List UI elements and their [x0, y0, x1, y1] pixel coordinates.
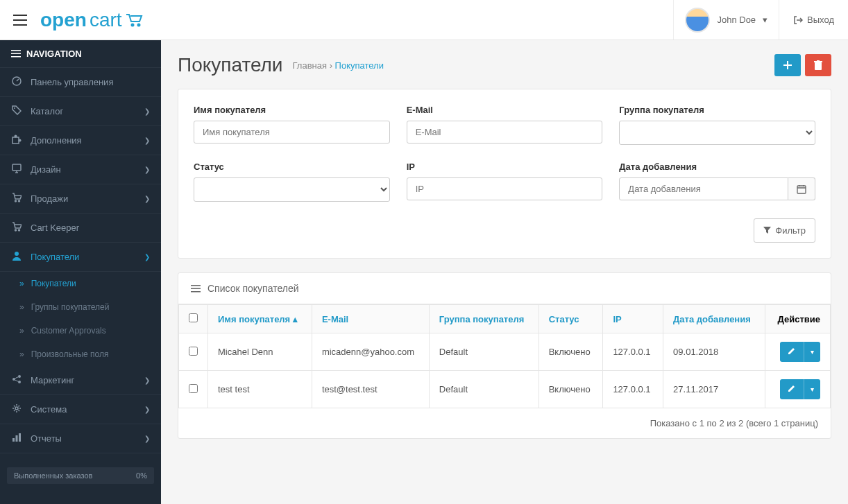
sidebar-item-2[interactable]: Дополнения❯ — [0, 126, 161, 155]
chevron-right-icon: ❯ — [144, 253, 150, 261]
logout-button[interactable]: Выход — [779, 0, 848, 40]
chevron-right-icon: ❯ — [144, 107, 150, 115]
filter-date-input[interactable] — [619, 177, 788, 200]
cell-status: Включено — [539, 333, 603, 371]
svg-point-22 — [15, 407, 18, 410]
svg-rect-7 — [11, 56, 21, 58]
filter-panel: Имя покупателя E-Mail Группа покупателя … — [178, 89, 831, 259]
cog-icon — [11, 403, 22, 415]
filter-ip-group: IP — [407, 162, 603, 202]
filter-email-group: E-Mail — [407, 105, 603, 145]
col-date-sort[interactable]: Дата добавления — [673, 314, 751, 324]
caret-down-icon: ▾ — [811, 348, 814, 356]
calendar-icon — [797, 184, 806, 194]
svg-point-3 — [131, 24, 133, 26]
filter-ip-input[interactable] — [407, 177, 603, 200]
sidebar-subitem-2[interactable]: »Customer Approvals — [0, 319, 161, 342]
cell-group: Default — [429, 371, 539, 408]
col-ip-sort[interactable]: IP — [613, 314, 621, 324]
select-all-checkbox[interactable] — [189, 313, 198, 322]
filter-button[interactable]: Фильтр — [754, 218, 815, 243]
dropdown-button[interactable]: ▾ — [804, 379, 820, 399]
breadcrumb-current[interactable]: Покупатели — [335, 60, 384, 71]
double-chevron-icon: » — [19, 349, 24, 359]
svg-rect-6 — [11, 53, 21, 55]
col-action: Действие — [765, 305, 830, 333]
dropdown-button[interactable]: ▾ — [804, 342, 820, 362]
puzzle-icon — [11, 134, 22, 146]
col-status-sort[interactable]: Статус — [549, 314, 579, 324]
filter-name-input[interactable] — [194, 121, 390, 144]
double-chevron-icon: » — [19, 302, 24, 312]
sidebar-item-label: Отчеты — [31, 433, 62, 444]
cart-icon — [11, 193, 22, 205]
sidebar-subitem-0[interactable]: »Покупатели — [0, 272, 161, 295]
add-button[interactable] — [774, 54, 801, 76]
row-checkbox[interactable] — [189, 347, 198, 356]
col-email-sort[interactable]: E-Mail — [322, 314, 348, 324]
list-panel-heading: Список покупателей — [178, 273, 831, 304]
stat-label: Выполненных заказов — [14, 471, 92, 480]
sidebar-item-1[interactable]: Каталог❯ — [0, 97, 161, 126]
edit-button[interactable] — [780, 379, 804, 399]
cell-status: Включено — [539, 371, 603, 408]
sidebar-item-8[interactable]: Система❯ — [0, 395, 161, 424]
sidebar-item-9[interactable]: Отчеты❯ — [0, 424, 161, 453]
breadcrumb-home[interactable]: Главная — [293, 60, 327, 71]
logo-text-2: cart — [90, 9, 122, 31]
sidebar-item-7[interactable]: Маркетинг❯ — [0, 366, 161, 395]
row-checkbox[interactable] — [189, 384, 198, 393]
svg-point-14 — [15, 200, 17, 202]
sidebar-subitem-3[interactable]: »Произвольные поля — [0, 342, 161, 366]
cart-logo-icon — [125, 13, 144, 27]
chart-icon — [11, 433, 22, 444]
svg-rect-0 — [13, 15, 27, 16]
breadcrumb-separator: › — [330, 60, 332, 71]
filter-email-input[interactable] — [407, 121, 603, 144]
svg-rect-5 — [11, 50, 21, 51]
sidebar-subitem-label: Группы покупателей — [31, 302, 110, 312]
svg-point-12 — [19, 139, 22, 142]
sidebar-item-label: Система — [31, 404, 67, 415]
cell-date: 27.11.2017 — [663, 371, 765, 408]
svg-point-21 — [18, 381, 21, 383]
calendar-button[interactable] — [788, 177, 815, 200]
sidebar-subitem-1[interactable]: »Группы покупателей — [0, 295, 161, 319]
list-icon — [191, 285, 201, 293]
filter-status-select[interactable] — [194, 177, 390, 202]
sidebar: NAVIGATION Панель управленияКаталог❯Допо… — [0, 40, 161, 504]
svg-point-11 — [15, 135, 17, 138]
svg-rect-23 — [12, 438, 15, 442]
filter-name-label: Имя покупателя — [194, 105, 390, 115]
sidebar-item-3[interactable]: Дизайн❯ — [0, 155, 161, 184]
filter-group-select[interactable] — [619, 121, 815, 145]
filter-group-group: Группа покупателя — [619, 105, 815, 145]
sidebar-item-0[interactable]: Панель управления — [0, 68, 161, 97]
stat-value: 0% — [136, 471, 147, 480]
svg-rect-10 — [12, 137, 19, 144]
table-row: test test test@test.test Default Включен… — [179, 371, 831, 408]
sidebar-item-6[interactable]: Покупатели❯ — [0, 243, 161, 272]
delete-button[interactable] — [805, 54, 831, 76]
sidebar-item-5[interactable]: Cart Keeper — [0, 214, 161, 243]
chevron-right-icon: ❯ — [144, 166, 150, 173]
svg-point-15 — [19, 200, 20, 202]
filter-ip-label: IP — [407, 162, 603, 172]
desktop-icon — [11, 164, 22, 175]
edit-button[interactable] — [780, 342, 804, 362]
user-menu[interactable]: John Doe ▾ — [673, 0, 779, 40]
col-group-sort[interactable]: Группа покупателя — [439, 314, 524, 324]
topbar: opencart John Doe ▾ Выход — [0, 0, 848, 40]
svg-rect-27 — [783, 64, 792, 66]
sidebar-subitem-label: Покупатели — [31, 279, 76, 288]
logo[interactable]: opencart — [40, 9, 144, 31]
dashboard-icon — [11, 76, 22, 88]
filter-name-group: Имя покупателя — [194, 105, 390, 145]
pencil-icon — [788, 384, 796, 392]
sidebar-item-4[interactable]: Продажи❯ — [0, 184, 161, 214]
avatar — [685, 8, 710, 33]
menu-toggle-button[interactable] — [0, 0, 40, 40]
share-icon — [11, 374, 22, 386]
col-name-sort[interactable]: Имя покупателя ▴ — [218, 314, 298, 324]
svg-rect-24 — [16, 435, 18, 442]
